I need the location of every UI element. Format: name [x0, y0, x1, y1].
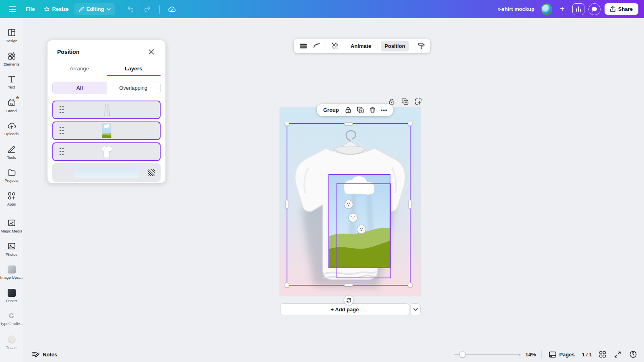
resize-handle-left[interactable] — [285, 200, 288, 209]
sidebar-item-magic-media[interactable]: Magic Media — [0, 214, 23, 237]
tracer-thumbnail — [8, 335, 16, 343]
filter-overlapping-button[interactable]: Overlapping — [107, 82, 161, 94]
drag-handle-icon[interactable] — [60, 106, 64, 113]
more-options-button[interactable]: ••• — [379, 107, 389, 113]
resize-button[interactable]: Resize — [40, 3, 72, 15]
toolbar-divider — [159, 5, 160, 14]
sidebar-item-photos[interactable]: Photos — [0, 237, 23, 261]
sidebar-item-typegradient[interactable]: G TypeGradie... — [0, 307, 23, 331]
group-selection-box[interactable] — [287, 123, 411, 286]
transparency-button[interactable] — [329, 40, 341, 51]
grid-view-button[interactable] — [598, 350, 607, 359]
layer-item-background[interactable] — [52, 163, 161, 182]
zoom-slider-thumb[interactable] — [459, 351, 466, 358]
duplicate-page-button[interactable] — [401, 97, 409, 105]
resize-handle-top-left[interactable] — [285, 121, 289, 126]
filter-all-button[interactable]: All — [53, 82, 107, 94]
tab-layers[interactable]: Layers — [107, 62, 161, 76]
save-status-button[interactable] — [164, 3, 180, 15]
sidebar-item-elements[interactable]: Elements — [0, 47, 23, 70]
zoom-slider[interactable] — [454, 350, 520, 358]
tab-arrange[interactable]: Arrange — [52, 62, 107, 76]
layer-item-shadow[interactable] — [52, 101, 161, 119]
sidebar-item-design[interactable]: Design — [0, 24, 23, 47]
avatar[interactable] — [541, 4, 552, 15]
sidebar-item-projects[interactable]: Projects — [0, 164, 23, 187]
add-page-icon-button[interactable] — [414, 97, 422, 105]
background-pattern-icon — [148, 169, 155, 176]
main-menu-button[interactable] — [5, 4, 20, 15]
toolbar-divider — [326, 42, 326, 50]
line-curve-button[interactable] — [311, 40, 323, 51]
sidebar-item-uploads[interactable]: Uploads — [0, 117, 23, 140]
poster-thumbnail — [8, 289, 16, 297]
file-menu-button[interactable]: File — [22, 3, 39, 15]
resize-handle-right[interactable] — [409, 200, 411, 209]
lock-selection-button[interactable] — [343, 105, 353, 115]
left-sidebar: Design Elements Text co Brand Uploads To… — [0, 18, 23, 362]
sidebar-item-brand[interactable]: co Brand — [0, 94, 23, 117]
add-page-dropdown-button[interactable] — [410, 303, 421, 315]
upload-cloud-icon — [7, 122, 16, 130]
page-action-bar — [388, 97, 422, 105]
close-panel-button[interactable] — [147, 47, 156, 56]
sidebar-item-image-upscaler[interactable]: Image Upsc... — [0, 261, 23, 284]
sidebar-item-apps[interactable]: Apps — [0, 187, 23, 210]
resize-handle-bottom-right[interactable] — [408, 283, 413, 288]
resize-handle-top[interactable] — [344, 122, 353, 125]
sidebar-item-tools[interactable]: Tools — [0, 140, 23, 164]
folder-icon — [7, 169, 16, 177]
resize-handle-bottom[interactable] — [344, 284, 353, 286]
help-button[interactable] — [628, 349, 638, 360]
pages-button[interactable]: Pages — [547, 350, 576, 359]
redo-button[interactable] — [140, 3, 155, 15]
invite-members-button[interactable]: + — [556, 3, 568, 15]
notes-icon — [32, 351, 39, 358]
canvas-workspace[interactable]: Animate Position Group ••• — [23, 18, 644, 362]
stroke-weight-button[interactable] — [297, 40, 309, 51]
sidebar-item-poster[interactable]: Poster — [0, 284, 23, 307]
zoom-level[interactable]: 14% — [525, 352, 536, 358]
rotate-icon — [346, 298, 351, 303]
copy-style-button[interactable] — [415, 40, 427, 51]
notes-button[interactable]: Notes — [29, 349, 60, 360]
add-page-button[interactable]: + Add page — [280, 303, 409, 315]
sidebar-item-tracer[interactable]: Tracer — [0, 331, 23, 354]
insights-button[interactable] — [572, 3, 584, 15]
resize-handle-bottom-left[interactable] — [285, 283, 289, 288]
transparency-checker-icon — [332, 43, 338, 49]
context-toolbar: Animate Position — [294, 39, 430, 53]
rotate-handle[interactable] — [344, 296, 353, 305]
comments-button[interactable] — [588, 3, 601, 15]
layer-item-design[interactable] — [52, 121, 161, 140]
resize-handle-top-right[interactable] — [408, 121, 413, 126]
help-icon — [630, 351, 637, 358]
crown-icon — [44, 7, 50, 11]
editing-label: Editing — [87, 6, 104, 12]
trash-icon — [369, 107, 376, 113]
fullscreen-button[interactable] — [613, 350, 622, 359]
design-page[interactable] — [280, 107, 420, 295]
toolbar-divider — [412, 42, 412, 50]
position-button[interactable]: Position — [381, 41, 409, 51]
layer-list — [52, 101, 161, 182]
panel-title: Position — [57, 49, 79, 55]
group-button[interactable]: Group — [321, 107, 341, 113]
bottombar-divider — [541, 350, 542, 358]
add-page-icon — [415, 98, 422, 105]
curve-icon — [314, 43, 320, 48]
layer-item-tshirt[interactable] — [52, 142, 161, 161]
document-title[interactable]: t-shirt mockup — [498, 6, 535, 12]
share-label: Share — [618, 6, 633, 12]
animate-button[interactable]: Animate — [347, 41, 375, 51]
shadow-streaks-thumbnail — [102, 103, 111, 117]
delete-selection-button[interactable] — [367, 105, 378, 115]
undo-button[interactable] — [123, 3, 138, 15]
editing-mode-button[interactable]: Editing — [74, 3, 115, 15]
position-panel: Position Arrange Layers All Overlapping — [47, 40, 165, 183]
sidebar-item-text[interactable]: Text — [0, 70, 23, 94]
duplicate-selection-button[interactable] — [355, 105, 365, 115]
share-button[interactable]: Share — [605, 3, 638, 15]
drag-handle-icon[interactable] — [60, 148, 64, 155]
drag-handle-icon[interactable] — [60, 127, 64, 134]
